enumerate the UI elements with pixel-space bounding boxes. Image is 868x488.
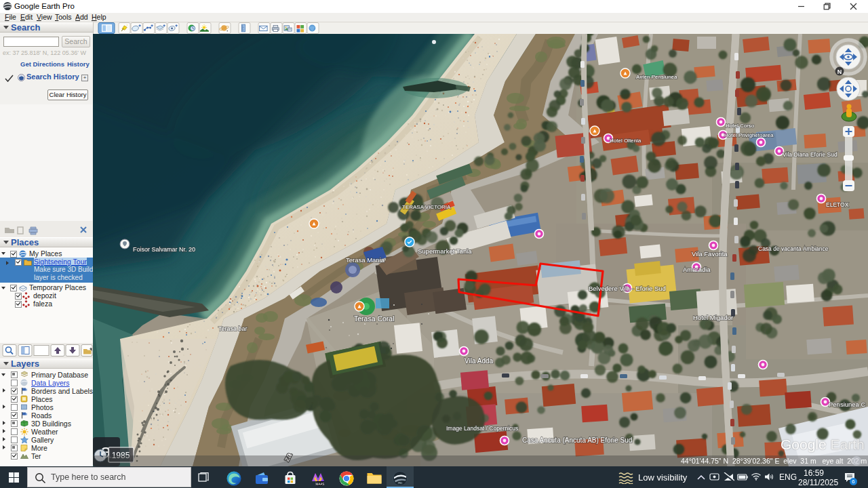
svg-text:TERASA VICTORIA: TERASA VICTORIA (402, 204, 451, 210)
svg-text:MAAS: MAAS (316, 483, 325, 486)
svg-text:PRO: PRO (398, 482, 402, 485)
svg-text:Vila Adda: Vila Adda (465, 357, 494, 365)
svg-text:Hotel Privighetoarea: Hotel Privighetoarea (724, 132, 774, 138)
svg-text:Vila Diana Eforie Sud: Vila Diana Eforie Sud (783, 151, 837, 158)
svg-text:Supermarket Tania: Supermarket Tania (418, 247, 472, 255)
svg-text:Hotel Corso: Hotel Corso (726, 123, 755, 129)
svg-text:Axten Pensiunea: Axten Pensiunea (636, 74, 677, 80)
svg-text:Amaradia: Amaradia (683, 266, 711, 273)
svg-text:Google Earth: Google Earth (781, 436, 865, 452)
svg-text:Foisor Salvamar Nr. 20: Foisor Salvamar Nr. 20 (133, 246, 195, 253)
svg-text:N: N (837, 68, 842, 75)
svg-text:Casa de vacanta Ambiance: Casa de vacanta Ambiance (758, 245, 829, 252)
svg-text:Hotel Migador: Hotel Migador (693, 314, 733, 321)
svg-text:ELETOX: ELETOX (826, 201, 849, 208)
svg-text:Terasa Coral: Terasa Coral (354, 314, 395, 323)
svg-text:Pensiunea C: Pensiunea C (829, 401, 866, 408)
svg-text:Terasa bar: Terasa bar (218, 325, 248, 332)
svg-text:Casa Ancuta (Ancuta AB) Eforie: Casa Ancuta (Ancuta AB) Eforie Sud (522, 436, 632, 444)
svg-text:Vila Favorita: Vila Favorita (692, 250, 728, 258)
svg-text:Terasa Mania: Terasa Mania (346, 256, 385, 264)
svg-text:Belvedere Vila - Eforie Sud: Belvedere Vila - Eforie Sud (589, 285, 666, 292)
svg-text:Image Landsat / Copernicus: Image Landsat / Copernicus (446, 425, 518, 432)
svg-text:Hotel Oltenia: Hotel Oltenia (610, 138, 642, 144)
svg-text:44°01'44.75" N 28°39'02.36" E: 44°01'44.75" N 28°39'02.36" E elev 31 m … (681, 457, 867, 465)
